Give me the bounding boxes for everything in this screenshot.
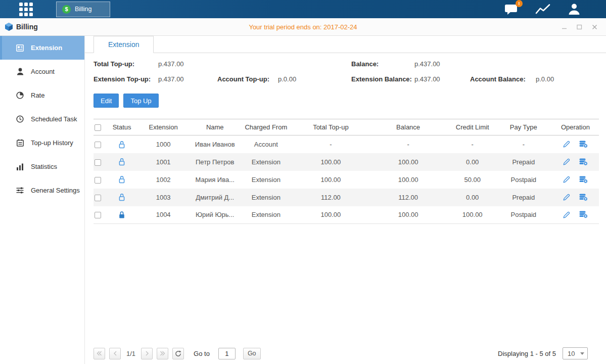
sidebar-item-account[interactable]: Account xyxy=(0,60,84,83)
edit-pencil-icon[interactable] xyxy=(563,140,571,148)
last-page-icon[interactable] xyxy=(157,348,168,359)
sidebar-item-topup-history[interactable]: Top-up History xyxy=(0,131,84,155)
header-pay-type: Pay Type xyxy=(495,119,552,135)
balance-cell: - xyxy=(367,135,450,153)
extension-balance-label: Extension Balance: xyxy=(351,75,414,83)
name-cell: Иван Иванов xyxy=(193,135,237,153)
action-bar: Edit Top Up xyxy=(94,94,606,108)
dropdown-arrow-icon xyxy=(580,352,584,355)
topup-history-icon xyxy=(16,139,24,147)
header-total-topup: Total Top-up xyxy=(295,119,366,135)
balance-label: Balance: xyxy=(351,60,414,68)
sidebar-item-label: Statistics xyxy=(31,163,57,170)
edit-button[interactable]: Edit xyxy=(94,94,119,108)
credit-limit-cell: 50.00 xyxy=(450,171,495,189)
prev-page-icon[interactable] xyxy=(109,348,121,359)
operation-cell xyxy=(552,140,599,148)
extension-balance-value: p.437.00 xyxy=(414,75,470,83)
page-size-select[interactable]: 10 xyxy=(563,347,588,359)
total-topup-cell: 100.00 xyxy=(295,171,366,189)
row-checkbox[interactable] xyxy=(95,177,101,184)
sidebar-item-extension[interactable]: Extension xyxy=(0,36,84,60)
header-status: Status xyxy=(110,119,134,135)
lock-open-icon[interactable] xyxy=(118,158,125,166)
edit-pencil-icon[interactable] xyxy=(563,158,571,166)
next-page-icon[interactable] xyxy=(141,348,153,359)
row-checkbox[interactable] xyxy=(95,159,101,166)
total-topup-cell: 112.00 xyxy=(295,189,366,206)
charged-from-cell: Extension xyxy=(237,206,295,224)
first-page-icon[interactable] xyxy=(94,348,105,359)
summary-panel: Total Top-up: p.437.00 Balance: p.437.00… xyxy=(94,60,599,83)
sidebar-item-label: Extension xyxy=(31,44,62,52)
row-checkbox[interactable] xyxy=(95,212,101,218)
row-checkbox[interactable] xyxy=(95,142,101,148)
topup-coins-icon[interactable] xyxy=(579,211,588,218)
name-cell: Юрий Юрь... xyxy=(193,206,237,224)
table-row: 1000 Иван Иванов Account - - - - xyxy=(94,135,599,153)
operation-cell xyxy=(552,193,599,201)
account-balance-label: Account Balance: xyxy=(470,75,536,83)
operation-cell xyxy=(552,175,599,184)
charged-from-cell: Extension xyxy=(237,189,295,206)
balance-cell: 100.00 xyxy=(367,206,450,224)
table-row: 1003 Дмитрий Д... Extension 112.00 112.0… xyxy=(94,189,599,206)
topup-coins-icon[interactable] xyxy=(579,158,588,166)
maximize-icon[interactable] xyxy=(576,23,583,30)
row-checkbox[interactable] xyxy=(95,195,101,201)
sidebar-item-label: Top-up History xyxy=(31,139,73,147)
pay-type-cell: Prepaid xyxy=(495,153,552,171)
go-button[interactable]: Go xyxy=(243,348,261,359)
lock-open-icon[interactable] xyxy=(118,141,125,149)
extension-cell: 1004 xyxy=(134,206,193,224)
sidebar-item-scheduled-task[interactable]: Scheduled Task xyxy=(0,107,84,131)
total-topup-cell: 100.00 xyxy=(295,153,366,171)
top-up-button[interactable]: Top Up xyxy=(123,94,158,108)
topup-coins-icon[interactable] xyxy=(579,194,588,201)
lock-open-icon[interactable] xyxy=(118,193,125,201)
lock-closed-icon[interactable] xyxy=(118,211,125,219)
header-operation: Operation xyxy=(552,119,599,135)
extension-cell: 1002 xyxy=(134,171,193,189)
total-topup-cell: 100.00 xyxy=(295,206,366,224)
topbar-tab-billing[interactable]: $ Billing xyxy=(56,2,110,17)
messages-icon[interactable]: ! xyxy=(504,4,518,15)
sidebar-item-general-settings[interactable]: General Settings xyxy=(0,178,84,202)
sidebar-item-statistics[interactable]: Statistics xyxy=(0,155,84,178)
titlebar: Billing Your trial period ends on: 2017-… xyxy=(0,18,606,36)
edit-pencil-icon[interactable] xyxy=(563,175,571,184)
reports-icon[interactable] xyxy=(535,4,550,15)
pay-type-cell: - xyxy=(495,135,552,153)
close-icon[interactable] xyxy=(591,23,598,30)
lock-open-icon[interactable] xyxy=(118,175,125,184)
edit-pencil-icon[interactable] xyxy=(563,211,571,219)
header-credit-limit: Credit Limit xyxy=(450,119,495,135)
topup-coins-icon[interactable] xyxy=(579,176,588,184)
window-controls xyxy=(561,23,606,30)
goto-page-input[interactable] xyxy=(218,348,236,359)
credit-limit-cell: - xyxy=(450,135,495,153)
minimize-icon[interactable] xyxy=(561,23,568,30)
page-size-value: 10 xyxy=(568,350,575,357)
window-title: Billing xyxy=(16,23,38,31)
topup-coins-icon[interactable] xyxy=(579,141,588,148)
page-indicator: 1/1 xyxy=(126,350,135,357)
tab-extension[interactable]: Extension xyxy=(94,36,154,53)
total-topup-label: Total Top-up: xyxy=(94,60,158,68)
name-cell: Дмитрий Д... xyxy=(193,189,237,206)
edit-pencil-icon[interactable] xyxy=(563,193,571,201)
notification-badge: ! xyxy=(516,0,523,7)
apps-grid-icon[interactable] xyxy=(19,3,33,16)
refresh-icon[interactable] xyxy=(172,348,184,359)
balance-cell: 100.00 xyxy=(367,153,450,171)
billing-logo-icon xyxy=(5,23,13,31)
sidebar-item-rate[interactable]: Rate xyxy=(0,83,84,107)
charged-from-cell: Extension xyxy=(237,153,295,171)
extension-table: Status Extension Name Charged From Total… xyxy=(94,119,599,224)
user-icon[interactable] xyxy=(568,3,581,15)
topbar: $ Billing ! xyxy=(0,0,606,18)
select-all-checkbox[interactable] xyxy=(95,124,101,131)
extension-topup-label: Extension Top-up: xyxy=(94,75,158,83)
table-row: 1002 Мария Ива... Extension 100.00 100.0… xyxy=(94,171,599,189)
charged-from-cell: Account xyxy=(237,135,295,153)
